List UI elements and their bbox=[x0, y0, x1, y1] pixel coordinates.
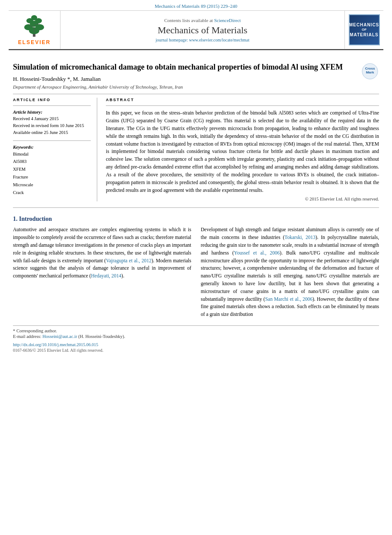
intro-left-para: Automotive and aerospace structures are … bbox=[13, 226, 191, 280]
journal-homepage: journal homepage: www.elsevier.com/locat… bbox=[156, 38, 249, 42]
elsevier-wordmark: ELSEVIER bbox=[18, 39, 51, 45]
article-meta-section: Article Info Article history: Received 4… bbox=[13, 98, 379, 201]
keywords-list: Bimodal Al5083 XFEM Fracture Microscale … bbox=[13, 150, 91, 197]
svg-text:Mark: Mark bbox=[366, 70, 374, 74]
email-link[interactable]: Hosseini@aut.ac.ir bbox=[42, 334, 77, 339]
header-top: ELSEVIER Contents lists available at Sci… bbox=[9, 11, 383, 49]
intro-body: Automotive and aerospace structures are … bbox=[13, 226, 379, 318]
elsevier-logo: ELSEVIER bbox=[9, 11, 61, 49]
journal-title: Mechanics of Materials bbox=[158, 25, 248, 36]
svg-text:Cross: Cross bbox=[365, 67, 375, 70]
main-content: Simulation of micromechanical damage to … bbox=[0, 50, 392, 358]
divider-keywords bbox=[13, 140, 91, 141]
corresponding-note: * Corresponding author. bbox=[13, 328, 379, 333]
contents-available: Contents lists available at ScienceDirec… bbox=[164, 18, 241, 23]
divider-article-info bbox=[13, 105, 91, 106]
intro-right-col: Development of high strength and fatigue… bbox=[201, 226, 379, 318]
intro-left-col: Automotive and aerospace structures are … bbox=[13, 226, 191, 318]
copyright: © 2015 Elsevier Ltd. All rights reserved… bbox=[106, 197, 379, 201]
authors: H. Hosseini-Toudeshky *, M. Jamalian bbox=[13, 76, 379, 83]
introduction-section: 1. Introduction Automotive and aerospace… bbox=[13, 216, 379, 318]
journal-badge: MECHANICS OF MATERIALS bbox=[344, 11, 383, 49]
ref-youssef[interactable]: Youssef et al., 2006 bbox=[234, 250, 280, 255]
divider-2 bbox=[13, 207, 379, 208]
keyword-microscale: Microscale bbox=[13, 181, 91, 189]
abstract-heading: Abstract bbox=[106, 98, 379, 102]
issn-line: 0167-6636/© 2015 Elsevier Ltd. All right… bbox=[13, 348, 379, 353]
journal-reference[interactable]: Mechanics of Materials 89 (2015) 229–240 bbox=[0, 0, 392, 10]
page: Mechanics of Materials 89 (2015) 229–240 bbox=[0, 0, 392, 535]
keyword-crack: Crack bbox=[13, 189, 91, 197]
keyword-xfem: XFEM bbox=[13, 166, 91, 173]
header-center: Contents lists available at ScienceDirec… bbox=[61, 11, 344, 49]
keyword-al5083: Al5083 bbox=[13, 158, 91, 166]
divider-abstract bbox=[106, 105, 379, 106]
ref-sanmarchi[interactable]: San Marchi et al., 2006 bbox=[265, 296, 312, 302]
ref-hedayati[interactable]: Hedayati, 2014 bbox=[91, 273, 121, 278]
abstract-text: In this paper, we focus on the stress–st… bbox=[106, 109, 379, 194]
paper-title-text: Simulation of micromechanical damage to … bbox=[13, 63, 343, 71]
article-history: Article history: Received 4 January 2015… bbox=[13, 109, 91, 136]
keyword-bimodal: Bimodal bbox=[13, 150, 91, 158]
footer-bar: http://dx.doi.org/10.1016/j.mechmat.2015… bbox=[13, 342, 379, 353]
affiliation: Department of Aerospace Engineering, Ami… bbox=[13, 84, 379, 89]
ref-tokarski[interactable]: Tokarski, 2013 bbox=[284, 235, 316, 240]
crossmark-logo: Cross Mark bbox=[361, 62, 379, 80]
divider-1 bbox=[13, 94, 379, 94]
footnotes: * Corresponding author. E-mail address: … bbox=[13, 325, 379, 339]
intro-title: 1. Introduction bbox=[13, 216, 379, 223]
journal-header: ELSEVIER Contents lists available at Sci… bbox=[9, 10, 383, 50]
abstract-column: Abstract In this paper, we focus on the … bbox=[106, 98, 379, 201]
intro-right-para: Development of high strength and fatigue… bbox=[201, 226, 379, 318]
keywords-section: Keywords: Bimodal Al5083 XFEM Fracture M… bbox=[13, 144, 91, 197]
article-info-column: Article Info Article history: Received 4… bbox=[13, 98, 97, 201]
svg-point-7 bbox=[31, 15, 37, 20]
article-info-heading: Article Info bbox=[13, 98, 91, 102]
paper-title-area: Simulation of micromechanical damage to … bbox=[13, 62, 379, 72]
ref-vajragupta[interactable]: Vajragupta et al., 2012 bbox=[106, 258, 151, 263]
doi-link[interactable]: http://dx.doi.org/10.1016/j.mechmat.2015… bbox=[13, 342, 379, 347]
email-line: E-mail address: Hosseini@aut.ac.ir (H. H… bbox=[13, 334, 379, 339]
sciencedirect-link[interactable]: ScienceDirect bbox=[214, 18, 241, 23]
keyword-fracture: Fracture bbox=[13, 173, 91, 181]
